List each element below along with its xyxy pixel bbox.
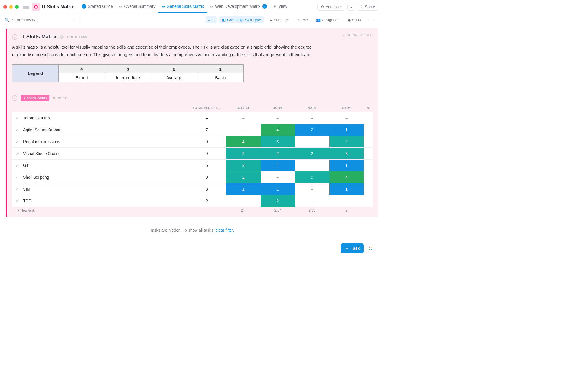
check-icon[interactable]: ✓: [16, 187, 19, 191]
task-name-cell[interactable]: ✓ Jetbrains IDE's: [12, 112, 187, 124]
check-icon[interactable]: ✓: [16, 175, 19, 180]
table-row[interactable]: ✓ TDD 2–2––: [12, 195, 373, 207]
score-cell[interactable]: 1: [329, 160, 364, 171]
total-cell[interactable]: 9: [187, 171, 226, 183]
tab-started-guide[interactable]: ‹ Started Guide: [79, 1, 116, 13]
score-cell[interactable]: –: [226, 195, 261, 207]
table-row[interactable]: ✓ Regular expressions 943–2: [12, 136, 373, 148]
score-cell[interactable]: –: [226, 112, 261, 124]
more-icon[interactable]: ···: [367, 16, 377, 23]
task-name-cell[interactable]: ✓ Agile (Scrum/Kanban): [12, 124, 187, 136]
task-name-cell[interactable]: ✓ TDD: [12, 195, 187, 207]
col-person[interactable]: MARY: [295, 103, 329, 112]
score-cell[interactable]: 1: [329, 183, 364, 195]
score-cell[interactable]: 4: [226, 136, 261, 148]
score-cell[interactable]: 1: [261, 183, 295, 195]
score-cell[interactable]: 3: [261, 136, 295, 148]
score-cell[interactable]: –: [295, 183, 329, 195]
new-task-button[interactable]: + NEW TASK: [67, 35, 88, 39]
minimize-icon[interactable]: [9, 5, 13, 9]
me-button[interactable]: ☺ Me: [295, 16, 310, 23]
score-cell[interactable]: 3: [329, 148, 364, 160]
task-name-cell[interactable]: ✓ Regular expressions: [12, 136, 187, 148]
total-cell[interactable]: 2: [187, 195, 226, 207]
collapse-toggle[interactable]: ⌄: [12, 95, 17, 101]
add-column-button[interactable]: ⊕: [364, 103, 373, 112]
maximize-icon[interactable]: [15, 5, 19, 9]
search-input[interactable]: [12, 18, 70, 22]
total-cell[interactable]: 9: [187, 136, 226, 148]
score-cell[interactable]: –: [295, 195, 329, 207]
total-cell[interactable]: 5: [187, 160, 226, 171]
table-row[interactable]: ✓ Visual Studio Coding 92223: [12, 148, 373, 160]
score-cell[interactable]: 2: [295, 124, 329, 136]
group-by-pill[interactable]: ◧ Group by: Skill Type: [219, 16, 264, 23]
show-button[interactable]: ◉ Show: [345, 16, 364, 23]
check-icon[interactable]: ✓: [16, 199, 19, 203]
total-cell[interactable]: 9: [187, 148, 226, 160]
score-cell[interactable]: –: [261, 112, 295, 124]
score-cell[interactable]: 1: [226, 183, 261, 195]
task-name-cell[interactable]: ✓ Git: [12, 160, 187, 171]
table-row[interactable]: ✓ Agile (Scrum/Kanban) 7–421: [12, 124, 373, 136]
score-cell[interactable]: 4: [329, 171, 364, 183]
score-cell[interactable]: 2: [261, 195, 295, 207]
show-closed-button[interactable]: ✓ SHOW CLOSED: [342, 33, 373, 37]
score-cell[interactable]: 3: [226, 160, 261, 171]
score-cell[interactable]: 2: [261, 148, 295, 160]
score-cell[interactable]: –: [295, 112, 329, 124]
filter-count-pill[interactable]: ≡ 1: [206, 16, 217, 23]
table-row[interactable]: ✓ VIM 311–1: [12, 183, 373, 195]
new-task-fab[interactable]: ＋ Task: [341, 243, 364, 253]
task-name-cell[interactable]: ✓ VIM: [12, 183, 187, 195]
score-cell[interactable]: 1: [329, 124, 364, 136]
tab-web-dev-matrix[interactable]: ☲ Web Development Matrix ›: [207, 1, 270, 13]
tab-overall-summary[interactable]: ☲ Overall Summary: [116, 1, 158, 13]
score-cell[interactable]: –: [295, 160, 329, 171]
chevron-down-icon[interactable]: ⌄: [72, 18, 75, 22]
table-row[interactable]: ✓ Shell Scripting 92–34: [12, 171, 373, 183]
clear-filter-link[interactable]: clear filter: [216, 228, 233, 232]
collapse-toggle[interactable]: ⌄: [12, 34, 17, 40]
check-icon[interactable]: ✓: [16, 151, 19, 156]
check-icon[interactable]: ✓: [16, 116, 19, 120]
score-cell[interactable]: 4: [261, 124, 295, 136]
score-cell[interactable]: –: [295, 136, 329, 148]
check-icon[interactable]: ✓: [16, 139, 19, 144]
col-total[interactable]: TOTAL PER SKILL: [187, 103, 226, 112]
add-view-button[interactable]: ＋ View: [270, 1, 290, 13]
score-cell[interactable]: –: [329, 112, 364, 124]
score-cell[interactable]: –: [226, 124, 261, 136]
table-row[interactable]: ✓ Git 531–1: [12, 160, 373, 171]
menu-icon[interactable]: [23, 5, 29, 9]
section-badge[interactable]: General Skills: [21, 95, 49, 101]
tab-general-skills[interactable]: ☲ General Skills Matrix: [158, 1, 207, 13]
score-cell[interactable]: 2: [329, 136, 364, 148]
subtasks-button[interactable]: ↳ Subtasks: [267, 16, 292, 23]
score-cell[interactable]: 3: [295, 171, 329, 183]
total-cell[interactable]: 3: [187, 183, 226, 195]
check-icon[interactable]: ✓: [16, 163, 19, 168]
task-name-cell[interactable]: ✓ Shell Scripting: [12, 171, 187, 183]
new-task-row[interactable]: + New task: [12, 207, 187, 214]
score-cell[interactable]: 1: [261, 160, 295, 171]
check-icon[interactable]: ✓: [16, 127, 19, 132]
total-cell[interactable]: –: [187, 112, 226, 124]
table-row[interactable]: ✓ Jetbrains IDE's –––––: [12, 112, 373, 124]
close-icon[interactable]: [3, 5, 7, 9]
score-cell[interactable]: 2: [226, 171, 261, 183]
score-cell[interactable]: –: [261, 171, 295, 183]
col-person[interactable]: GARY: [329, 103, 364, 112]
col-person[interactable]: JOHN: [261, 103, 295, 112]
assignees-button[interactable]: 👥 Assignees: [313, 16, 342, 23]
space-icon[interactable]: [32, 3, 40, 11]
task-name-cell[interactable]: ✓ Visual Studio Coding: [12, 148, 187, 160]
apps-button[interactable]: [366, 244, 375, 253]
info-icon[interactable]: i: [60, 35, 64, 39]
score-cell[interactable]: 2: [226, 148, 261, 160]
total-cell[interactable]: 7: [187, 124, 226, 136]
share-button[interactable]: ⇪ Share: [357, 3, 378, 11]
automate-dropdown[interactable]: ⌄: [347, 3, 354, 11]
score-cell[interactable]: 2: [295, 148, 329, 160]
automate-button[interactable]: ⚙ Automate: [317, 3, 345, 11]
